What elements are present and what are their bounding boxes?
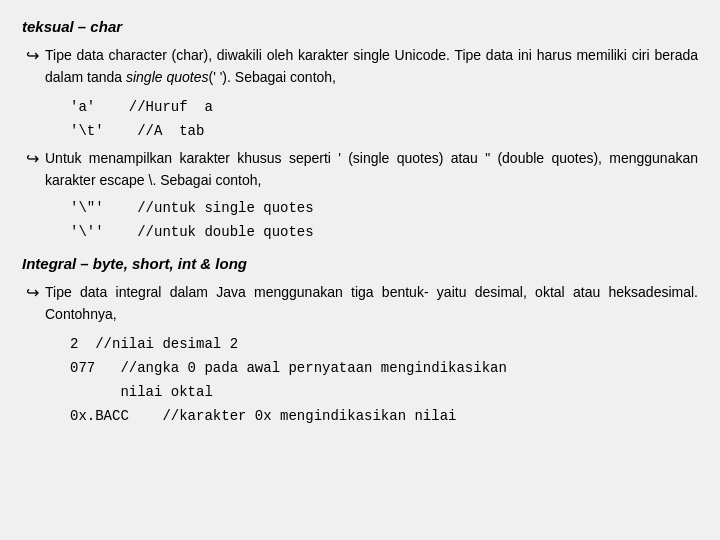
slide-container: teksual – char ↪ Tipe data character (ch… xyxy=(0,0,720,540)
bullet-arrow-1: ↪ xyxy=(26,46,39,65)
code-block-1: 'a' //Huruf a '\t' //A tab xyxy=(70,96,698,144)
code-block-2: '\"' //untuk single quotes '\'' //untuk … xyxy=(70,197,698,245)
code-line-2a: '\"' //untuk single quotes xyxy=(70,197,698,221)
code-block-3: 2 //nilai desimal 2 077 //angka 0 pada a… xyxy=(70,333,698,428)
section1-title: teksual – char xyxy=(22,18,698,35)
code-line-1a: 'a' //Huruf a xyxy=(70,96,698,120)
code-line-2b: '\'' //untuk double quotes xyxy=(70,221,698,245)
code-line-3d: 0x.BACC //karakter 0x mengindikasikan ni… xyxy=(70,405,698,429)
code-line-3c: nilai oktal xyxy=(70,381,698,405)
code-line-3b: 077 //angka 0 pada awal pernyataan mengi… xyxy=(70,357,698,381)
bullet-arrow-2: ↪ xyxy=(26,149,39,168)
bullet-arrow-3: ↪ xyxy=(26,283,39,302)
bullet2-text: Untuk menampilkan karakter khusus sepert… xyxy=(45,148,698,191)
code-line-1b: '\t' //A tab xyxy=(70,120,698,144)
bullet3-text: Tipe data integral dalam Java menggunaka… xyxy=(45,282,698,325)
bullet-item-3: ↪ Tipe data integral dalam Java mengguna… xyxy=(22,282,698,325)
code-line-3a: 2 //nilai desimal 2 xyxy=(70,333,698,357)
section2-title: Integral – byte, short, int & long xyxy=(22,255,698,272)
bullet-item-1: ↪ Tipe data character (char), diwakili o… xyxy=(22,45,698,88)
bullet-item-2: ↪ Untuk menampilkan karakter khusus sepe… xyxy=(22,148,698,191)
bullet1-text: Tipe data character (char), diwakili ole… xyxy=(45,45,698,88)
